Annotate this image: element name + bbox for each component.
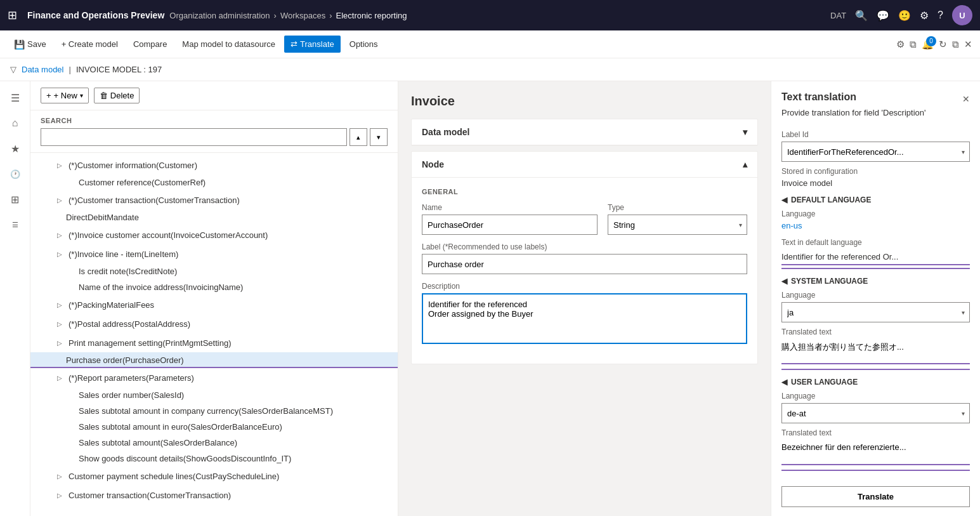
expand-icon[interactable]: ▷ (53, 194, 66, 206)
label-row: Label (*Recommended to use labels) (422, 242, 747, 274)
tree-item[interactable]: Sales subtotal amount in company currenc… (30, 403, 398, 419)
tree-item[interactable]: Sales order number(SalesId) (30, 387, 398, 403)
tree-item[interactable]: ▷(*)Customer transaction(CustomerTransac… (30, 190, 398, 209)
delete-button[interactable]: 🗑 Delete (94, 88, 140, 103)
panel-close-icon[interactable]: ✕ (962, 94, 970, 104)
create-model-button[interactable]: + Create model (55, 36, 124, 53)
expand-icon[interactable]: ▷ (53, 248, 66, 260)
tree-toolbar: + + New ▾ 🗑 Delete (30, 81, 398, 110)
sidebar-item-favorites[interactable]: ★ (4, 137, 27, 160)
node-chevron-icon: ▴ (743, 159, 747, 169)
tree-item[interactable]: DirectDebitMandate (30, 209, 398, 225)
tree-item-label: (*)Invoice line - item(LineItem) (69, 249, 178, 259)
expand-icon[interactable]: ▷ (53, 371, 66, 384)
tree-item[interactable]: Customer reference(CustomerRef) (30, 175, 398, 190)
center-panel: Invoice Data model ▾ Node ▴ GENERAL Name (398, 81, 771, 516)
expand-icon[interactable]: ▷ (53, 159, 66, 171)
sidebar-item-home[interactable]: ⌂ (4, 112, 27, 135)
help-icon[interactable]: ? (938, 10, 943, 21)
refresh-icon[interactable]: ↻ (939, 39, 947, 50)
cmd-icon-personalize[interactable]: ⚙ (896, 39, 905, 50)
tree-item[interactable]: Show goods discount details(ShowGoodsDis… (30, 451, 398, 466)
tree-item[interactable]: ▷(*)Customer information(Customer) (30, 155, 398, 175)
tree-item[interactable]: ▷Customer payment schedule lines(CustPay… (30, 466, 398, 486)
data-model-link[interactable]: Data model (22, 65, 63, 74)
map-to-datasource-button[interactable]: Map model to datasource (176, 36, 282, 53)
bc-workspaces[interactable]: Workspaces (280, 11, 325, 20)
tree-item[interactable]: Sales subtotal amount in euro(SalesOrder… (30, 419, 398, 435)
settings-icon[interactable]: ⚙ (920, 10, 929, 22)
system-lang-divider (781, 369, 970, 370)
tree-item[interactable]: Name of the invoice address(InvoicingNam… (30, 279, 398, 295)
bc-org-admin[interactable]: Organization administration (169, 11, 270, 20)
tree-item[interactable]: ▷(*)Invoice customer account(InvoiceCust… (30, 225, 398, 244)
tree-item-label: Customer transaction(CustomerTransaction… (69, 491, 231, 500)
save-button[interactable]: 💾 Save (8, 36, 53, 53)
default-lang-divider (781, 268, 970, 269)
description-label: Description (422, 282, 747, 291)
search-section: SEARCH ▴ ▾ (30, 110, 398, 153)
type-select[interactable]: String Integer Real Boolean (608, 215, 747, 235)
system-lang-label: Language (781, 291, 970, 300)
system-lang-chevron-icon: ◀ (781, 277, 787, 286)
user-lang-select[interactable]: de-at en-us ja (781, 403, 970, 423)
tree-item[interactable]: ▷Customer transaction(CustomerTransactio… (30, 486, 398, 505)
sidebar-item-workspaces[interactable]: ⊞ (4, 188, 27, 211)
search-input[interactable] (41, 128, 347, 146)
new-label: + New (54, 91, 77, 100)
expand-icon[interactable]: ▷ (53, 336, 66, 349)
default-lang-value[interactable]: en-us (781, 221, 970, 230)
waffle-icon[interactable]: ⊞ (8, 8, 17, 22)
tree-item[interactable]: ▷(*)Invoice line - item(LineItem) (30, 244, 398, 263)
label-input[interactable] (422, 254, 747, 274)
label-field-group: Label (*Recommended to use labels) (422, 242, 747, 274)
system-lang-select[interactable]: ja en-us de-at (781, 302, 970, 322)
app-title: Finance and Operations Preview (27, 10, 164, 20)
tree-item[interactable]: ▷(*)Postal address(PostalAddress) (30, 314, 398, 333)
sidebar-item-list[interactable]: ☰ (4, 213, 27, 236)
node-header[interactable]: Node ▴ (412, 152, 757, 178)
env-label: DAT (830, 11, 846, 20)
close-cmd-icon[interactable]: ✕ (964, 39, 972, 50)
search-next-button[interactable]: ▾ (370, 128, 388, 146)
tree-item[interactable]: ▷(*)PackingMaterialFees (30, 295, 398, 314)
system-translated-input[interactable] (781, 339, 970, 364)
description-textarea[interactable] (422, 293, 747, 344)
delete-icon: 🗑 (100, 91, 108, 100)
search-icon[interactable]: 🔍 (855, 10, 868, 22)
sidebar-item-recent[interactable]: 🕐 (4, 162, 27, 185)
default-language-section-header[interactable]: ◀ DEFAULT LANGUAGE (781, 195, 970, 204)
tree-item[interactable]: Is credit note(IsCreditNote) (30, 263, 398, 279)
translate-btn[interactable]: Translate (781, 486, 970, 507)
search-prev-button[interactable]: ▴ (350, 128, 367, 146)
user-language-section-header[interactable]: ◀ USER LANGUAGE (781, 378, 970, 387)
tree-item[interactable]: Purchase order(PurchaseOrder) (30, 352, 398, 368)
tree-item-label: Sales order number(SalesId) (79, 390, 184, 400)
system-language-section-header[interactable]: ◀ SYSTEM LANGUAGE (781, 277, 970, 286)
expand-icon[interactable]: ▷ (53, 298, 66, 311)
avatar[interactable]: U (952, 5, 972, 25)
chat-icon[interactable]: 💬 (877, 10, 889, 22)
expand-icon[interactable]: ▷ (53, 470, 66, 482)
name-input[interactable] (422, 215, 598, 235)
sidebar-item-collapse[interactable]: ☰ (4, 86, 27, 109)
cmd-icon-expand[interactable]: ⧉ (910, 39, 917, 50)
options-button[interactable]: Options (343, 36, 384, 53)
expand-icon[interactable]: ▷ (53, 317, 66, 330)
compare-button[interactable]: Compare (127, 36, 173, 53)
expand-icon[interactable]: ▷ (53, 228, 66, 241)
label-id-select[interactable]: IdentifierForTheReferencedOr... (781, 142, 970, 162)
bc-electronic-reporting[interactable]: Electronic reporting (336, 11, 407, 20)
user-translated-input[interactable] (781, 440, 970, 465)
text-default-input[interactable] (781, 249, 970, 265)
expand-icon[interactable]: ▷ (53, 489, 66, 501)
translate-button[interactable]: ⇄ Translate (284, 36, 341, 53)
tree-item[interactable]: Sales subtotal amount(SalesOrderBalance) (30, 435, 398, 451)
data-model-header[interactable]: Data model ▾ (412, 119, 757, 145)
breadcrumb-bar: ▽ Data model | INVOICE MODEL : 197 (0, 58, 980, 81)
tree-item[interactable]: ▷(*)Report parameters(Parameters) (30, 368, 398, 387)
smiley-icon[interactable]: 🙂 (898, 10, 911, 22)
tree-item[interactable]: ▷Print management setting(PrintMgmtSetti… (30, 333, 398, 352)
new-button[interactable]: + + New ▾ (41, 88, 89, 103)
detach-icon[interactable]: ⧉ (952, 39, 959, 50)
